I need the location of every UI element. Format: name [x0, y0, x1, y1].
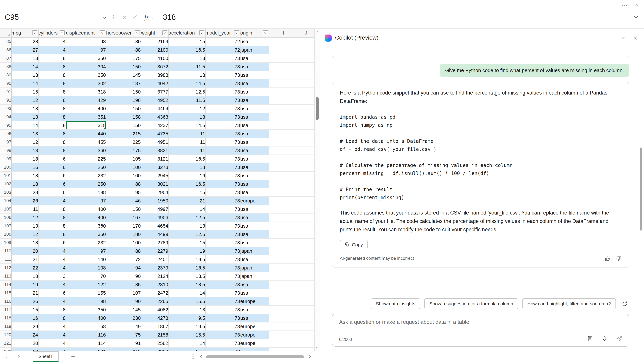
cell[interactable]: 72	[205, 37, 240, 45]
chat-scrollbar-thumb[interactable]	[640, 147, 642, 231]
cell[interactable]: 250	[66, 180, 106, 188]
cell[interactable]: 8	[38, 87, 66, 96]
h-scroll-thumb[interactable]	[206, 355, 304, 358]
filter-icon[interactable]	[263, 30, 268, 35]
cell[interactable]: 27	[12, 45, 38, 54]
cell[interactable]: 4237	[141, 121, 168, 129]
cell[interactable]: 4	[38, 45, 66, 54]
row-number[interactable]: 92	[0, 96, 12, 104]
cell[interactable]: 6	[38, 155, 66, 163]
cell[interactable]: 16	[12, 314, 38, 322]
cell[interactable]: 3	[38, 272, 66, 280]
cell[interactable]	[298, 87, 314, 96]
cell[interactable]	[298, 339, 314, 347]
cell[interactable]	[269, 331, 298, 339]
select-all-corner[interactable]	[0, 29, 12, 37]
cell[interactable]: 2124	[141, 272, 168, 280]
cell[interactable]: 4499	[141, 230, 168, 238]
cell[interactable]: 18	[12, 180, 38, 188]
cell[interactable]: 18	[12, 155, 38, 163]
row-number[interactable]: 107	[0, 222, 12, 230]
row-number[interactable]: 115	[0, 289, 12, 297]
cell[interactable]: 8	[38, 146, 66, 155]
row-number[interactable]: 110	[0, 247, 12, 255]
cell[interactable]: 2279	[141, 247, 168, 255]
cell[interactable]	[269, 155, 298, 163]
cell[interactable]: 4735	[141, 129, 168, 138]
cell[interactable]: 73	[205, 104, 240, 113]
cell[interactable]: 12	[12, 96, 38, 104]
cell[interactable]	[298, 163, 314, 171]
cell[interactable]: 73	[205, 71, 240, 79]
cell[interactable]	[269, 163, 298, 171]
row-number[interactable]: 103	[0, 188, 12, 196]
cell[interactable]: 8	[38, 305, 66, 314]
insert-function-icon[interactable]: fx	[144, 13, 153, 21]
cell[interactable]: 360	[66, 222, 106, 230]
cell[interactable]: 73	[205, 196, 240, 205]
h-scroll-right-icon[interactable]	[308, 355, 311, 358]
cell[interactable]: 350	[66, 71, 106, 79]
cell[interactable]	[298, 155, 314, 163]
cell[interactable]	[269, 113, 298, 121]
cell[interactable]	[298, 129, 314, 138]
cell[interactable]	[269, 247, 298, 255]
cell[interactable]: 318	[66, 87, 106, 96]
row-number[interactable]: 109	[0, 238, 12, 247]
cell[interactable]: 23	[12, 188, 38, 196]
cell[interactable]	[298, 297, 314, 305]
cell[interactable]	[269, 71, 298, 79]
cell[interactable]: 73	[205, 305, 240, 314]
cell[interactable]: 4	[38, 255, 66, 264]
cell[interactable]	[269, 272, 298, 280]
cell[interactable]: 73	[205, 121, 240, 129]
cell[interactable]	[298, 45, 314, 54]
cell[interactable]	[269, 222, 298, 230]
cell[interactable]: 11.5	[168, 62, 205, 71]
cell[interactable]: usa	[240, 138, 269, 146]
cell[interactable]: 11	[168, 138, 205, 146]
cell[interactable]: 400	[66, 104, 106, 113]
cell[interactable]: 8	[38, 54, 66, 62]
cell[interactable]	[298, 347, 314, 351]
cell[interactable]: 24	[12, 331, 38, 339]
cell[interactable]: 8	[38, 129, 66, 138]
cell[interactable]: 72	[106, 255, 141, 264]
cell[interactable]	[269, 87, 298, 96]
cell[interactable]	[269, 180, 298, 188]
row-number[interactable]: 114	[0, 280, 12, 289]
cell[interactable]: 3777	[141, 87, 168, 96]
cell[interactable]: 13	[168, 71, 205, 79]
sheet-nav-right-icon[interactable]	[17, 355, 20, 358]
cell[interactable]: usa	[240, 129, 269, 138]
cell[interactable]: 80	[106, 37, 141, 45]
cell[interactable]: 8	[38, 314, 66, 322]
cell[interactable]: 16.5	[168, 45, 205, 54]
cell[interactable]: 100	[106, 171, 141, 180]
cell[interactable]	[269, 79, 298, 87]
cell[interactable]: 304	[66, 62, 106, 71]
cell[interactable]: 2265	[141, 297, 168, 305]
cell[interactable]: 90	[106, 272, 141, 280]
cell[interactable]: 4654	[141, 222, 168, 230]
cell[interactable]: 225	[66, 155, 106, 163]
cell[interactable]	[269, 255, 298, 264]
cell[interactable]: europe	[240, 339, 269, 347]
cell[interactable]: 4	[38, 247, 66, 255]
cell[interactable]: 73	[205, 205, 240, 213]
cell[interactable]: japan	[240, 45, 269, 54]
cell[interactable]: 18.5	[168, 280, 205, 289]
row-number[interactable]: 101	[0, 171, 12, 180]
cell[interactable]	[298, 96, 314, 104]
cell[interactable]: 11.5	[168, 96, 205, 104]
cell[interactable]: 73	[205, 322, 240, 331]
cell[interactable]: 170	[106, 222, 141, 230]
cell[interactable]: usa	[240, 121, 269, 129]
sheet-gripper-icon[interactable]	[192, 354, 194, 359]
cell[interactable]: 145	[106, 71, 141, 79]
cell[interactable]: 9.5	[168, 314, 205, 322]
cell[interactable]: 8	[38, 121, 66, 129]
cell[interactable]: 73	[205, 213, 240, 222]
cell[interactable]: 15.5	[168, 347, 205, 351]
cell[interactable]	[298, 305, 314, 314]
